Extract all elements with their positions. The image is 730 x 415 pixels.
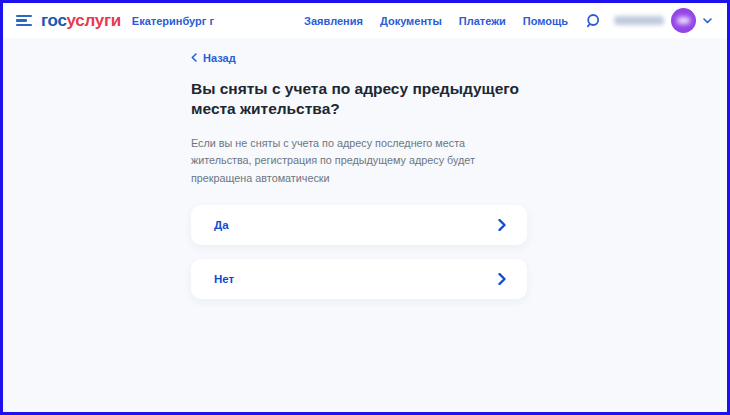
logo-part-uslugi: услуги (67, 11, 121, 30)
logo-part-gos: гос (41, 11, 67, 30)
nav-item-applications[interactable]: Заявления (304, 15, 363, 27)
page-title: Вы сняты с учета по адресу предыдущего м… (191, 79, 527, 120)
hamburger-icon (16, 15, 32, 17)
hamburger-icon (16, 19, 27, 21)
user-menu[interactable] (614, 8, 712, 33)
gosuslugi-logo[interactable]: госуслуги (41, 11, 121, 31)
back-link-label: Назад (203, 52, 236, 64)
back-link[interactable]: Назад (191, 52, 236, 64)
hamburger-icon (16, 24, 32, 26)
main-nav: Заявления Документы Платежи Помощь (304, 15, 568, 27)
avatar (671, 8, 696, 33)
options-list: Да Нет (191, 205, 527, 299)
option-card-yes[interactable]: Да (191, 205, 527, 245)
nav-item-payments[interactable]: Платежи (459, 15, 506, 27)
menu-button[interactable] (16, 15, 32, 27)
search-button[interactable] (584, 12, 602, 30)
option-label: Да (214, 219, 229, 231)
page-description: Если вы не сняты с учета по адресу после… (191, 135, 527, 187)
main-content: Назад Вы сняты с учета по адресу предыду… (3, 38, 727, 412)
nav-item-help[interactable]: Помощь (523, 15, 568, 27)
option-card-no[interactable]: Нет (191, 259, 527, 299)
chevron-right-icon (498, 273, 506, 285)
chevron-down-icon (703, 18, 712, 24)
option-label: Нет (214, 273, 234, 285)
gosuslugi-page: госуслуги Екатеринбург г Заявления Докум… (0, 0, 730, 415)
nav-item-documents[interactable]: Документы (380, 15, 442, 27)
user-name-blurred (614, 16, 664, 25)
search-icon (585, 13, 601, 29)
chevron-left-icon (191, 53, 197, 62)
chevron-right-icon (498, 219, 506, 231)
header: госуслуги Екатеринбург г Заявления Докум… (3, 3, 727, 38)
location-selector[interactable]: Екатеринбург г (132, 15, 214, 27)
